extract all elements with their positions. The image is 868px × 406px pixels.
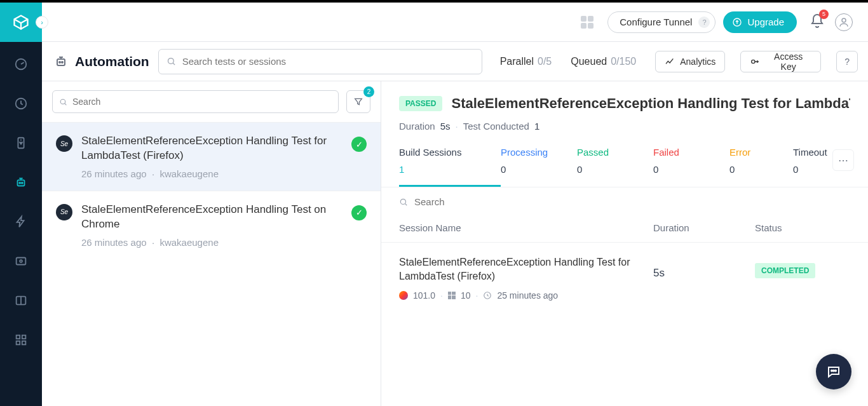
configure-tunnel-label: Configure Tunnel [620,17,692,27]
build-list: Se StaleElementReferenceException Handli… [42,122,381,406]
parallel-counter: Parallel 0/5 [500,56,552,67]
svg-point-17 [62,62,63,63]
rail-integrations[interactable] [10,329,32,351]
svg-point-25 [835,370,836,372]
svg-point-21 [400,199,405,204]
browser-version: 101.0 [413,290,435,301]
selenium-icon: Se [56,135,72,152]
brand-logo[interactable]: › [0,3,42,42]
rail-dashboard[interactable] [10,53,32,75]
firefox-icon [399,291,408,300]
sessions-search-input[interactable] [414,196,850,207]
more-menu[interactable]: ⋯ [832,149,854,171]
svg-rect-13 [17,341,20,345]
build-title: StaleElementReferenceException Handling … [81,203,342,232]
session-row[interactable]: StaleElementReferenceException Handling … [381,243,868,313]
rail-lt-browser[interactable] [10,290,32,311]
check-icon: ✓ [351,137,367,152]
builds-search[interactable] [52,90,339,113]
page-title-text: Automation [75,54,149,69]
rail-hyperexecute[interactable] [10,211,32,233]
session-time: 25 minutes ago [497,290,558,301]
upgrade-label: Upgrade [747,17,784,27]
svg-point-18 [168,58,173,64]
svg-rect-14 [22,341,26,345]
avatar[interactable] [835,13,853,31]
tab-failed[interactable]: Failed 0 [653,147,729,187]
svg-rect-11 [17,335,20,339]
svg-rect-8 [17,258,26,265]
chat-fab[interactable] [816,354,851,389]
build-item[interactable]: Se StaleElementReferenceException Handli… [42,191,381,259]
windows-icon [448,292,456,299]
sessions-search[interactable] [399,196,850,207]
page-title: Automation [53,54,149,69]
left-rail [0,42,42,406]
status-badge: PASSED [399,96,442,111]
queued-counter: Queued 0/150 [571,56,636,67]
os-version: 10 [461,290,471,301]
svg-point-7 [22,182,23,184]
rail-automation[interactable] [10,172,32,193]
rail-visual[interactable] [10,250,32,272]
build-meta: 26 minutes ago · kwakaeugene [81,168,342,179]
svg-point-20 [60,99,65,104]
analytics-button[interactable]: Analytics [655,51,725,72]
build-title: StaleElementReferenceException Handling … [81,134,342,163]
access-key-button[interactable]: Access Key [740,51,821,72]
filter-button[interactable]: 2 [346,90,370,113]
notifications-button[interactable]: 5 [810,13,825,31]
detail-title: StaleElementReferenceException Handling … [451,95,850,112]
svg-rect-12 [22,335,26,339]
build-item[interactable]: Se StaleElementReferenceException Handli… [42,122,381,191]
svg-point-19 [752,60,755,63]
tab-build-sessions[interactable]: Build Sessions 1 [399,147,501,187]
chevron-right-icon[interactable]: › [36,16,48,29]
svg-point-24 [833,370,834,372]
notifications-badge: 5 [819,10,829,19]
svg-point-9 [20,260,22,262]
clock-icon [483,291,492,300]
filter-count-badge: 2 [363,86,374,97]
global-search[interactable] [158,49,482,74]
tab-processing[interactable]: Processing 0 [501,147,577,187]
builds-search-input[interactable] [72,97,332,107]
global-search-input[interactable] [182,56,474,67]
build-meta: 26 minutes ago · kwakaeugene [81,237,342,248]
check-icon: ✓ [351,205,367,220]
apps-grid-icon[interactable] [581,16,593,29]
upgrade-button[interactable]: Upgrade [723,11,797,33]
help-button[interactable]: ? [836,51,858,72]
selenium-icon: Se [56,204,72,220]
session-status-badge: COMPLETED [755,263,815,278]
session-table-head: Session Name Duration Status [381,216,868,243]
svg-point-16 [59,62,60,63]
tab-error[interactable]: Error 0 [729,147,793,187]
rail-realtime[interactable] [10,93,32,114]
tab-passed[interactable]: Passed 0 [577,147,653,187]
svg-point-23 [831,370,832,372]
configure-tunnel-button[interactable]: Configure Tunnel ? [607,11,715,33]
session-name: StaleElementReferenceException Handling … [399,255,641,284]
svg-point-1 [842,18,846,22]
help-icon: ? [698,17,710,28]
stats-tabs: Build Sessions 1 Processing 0 Passed 0 F… [381,140,868,187]
svg-point-6 [19,182,20,184]
rail-device[interactable] [10,132,32,154]
session-duration: 5s [653,255,755,280]
